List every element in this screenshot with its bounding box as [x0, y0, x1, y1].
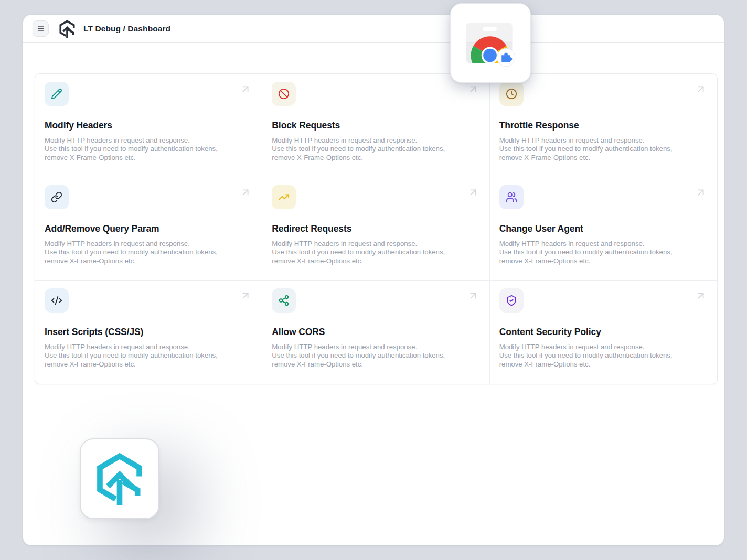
card-description: Modify HTTP headers in request and respo…: [45, 240, 252, 265]
open-arrow-icon[interactable]: [695, 187, 707, 198]
card-title: Redirect Requests: [272, 223, 479, 234]
open-arrow-icon[interactable]: [467, 83, 479, 95]
tool-card-insert-scripts[interactable]: Insert Scripts (CSS/JS) Modify HTTP head…: [35, 281, 262, 384]
tool-card-content-security-policy[interactable]: Content Security Policy Modify HTTP head…: [490, 281, 717, 384]
tool-card-allow-cors[interactable]: Allow CORS Modify HTTP headers in reques…: [262, 281, 489, 384]
tool-card-throttle-response[interactable]: Throttle Response Modify HTTP headers in…: [490, 74, 717, 177]
tool-card-query-param[interactable]: Add/Remove Query Param Modify HTTP heade…: [35, 177, 262, 281]
clock-icon: [499, 82, 524, 106]
card-description: Modify HTTP headers in request and respo…: [499, 136, 708, 162]
card-title: Throttle Response: [499, 120, 708, 131]
open-arrow-icon[interactable]: [240, 187, 251, 198]
card-title: Add/Remove Query Param: [45, 223, 252, 234]
page: { "header": { "title": "LT Debug / Dashb…: [0, 0, 747, 560]
share-icon: [272, 288, 296, 313]
shield-check-icon: [499, 288, 524, 313]
open-arrow-icon[interactable]: [240, 83, 251, 95]
pencil-icon: [45, 82, 69, 106]
link-icon: [45, 185, 69, 209]
card-title: Insert Scripts (CSS/JS): [45, 327, 252, 338]
trending-up-icon: [272, 185, 296, 209]
open-arrow-icon[interactable]: [240, 290, 251, 301]
card-title: Block Requests: [272, 120, 479, 131]
open-arrow-icon[interactable]: [467, 187, 479, 198]
lt-debug-logo-icon: [58, 19, 77, 38]
card-description: Modify HTTP headers in request and respo…: [499, 240, 708, 265]
tools-grid: Modify Headers Modify HTTP headers in re…: [35, 73, 718, 384]
card-title: Allow CORS: [272, 327, 479, 338]
card-description: Modify HTTP headers in request and respo…: [499, 343, 708, 369]
card-description: Modify HTTP headers in request and respo…: [272, 240, 479, 265]
card-description: Modify HTTP headers in request and respo…: [45, 343, 252, 369]
tool-card-change-user-agent[interactable]: Change User Agent Modify HTTP headers in…: [490, 177, 717, 281]
chrome-web-store-card[interactable]: [450, 3, 531, 83]
page-title: LT Debug / Dashboard: [83, 24, 170, 34]
brand-logo-card[interactable]: [80, 438, 159, 519]
hamburger-icon: [36, 24, 45, 33]
tool-card-modify-headers[interactable]: Modify Headers Modify HTTP headers in re…: [35, 74, 262, 177]
users-icon: [499, 185, 524, 209]
main-window: LT Debug / Dashboard Modify Headers Modi…: [23, 15, 724, 545]
code-icon: [45, 288, 69, 313]
tool-card-block-requests[interactable]: Block Requests Modify HTTP headers in re…: [262, 74, 489, 177]
lt-debug-logo-cyan-icon: [92, 451, 147, 507]
card-description: Modify HTTP headers in request and respo…: [272, 343, 479, 369]
chrome-web-store-icon: [451, 4, 530, 82]
ban-icon: [272, 82, 296, 106]
tool-card-redirect-requests[interactable]: Redirect Requests Modify HTTP headers in…: [262, 177, 489, 281]
card-description: Modify HTTP headers in request and respo…: [45, 136, 252, 162]
open-arrow-icon[interactable]: [695, 290, 707, 301]
card-title: Modify Headers: [45, 120, 252, 131]
open-arrow-icon[interactable]: [695, 83, 707, 95]
card-title: Change User Agent: [499, 223, 708, 234]
hamburger-menu-button[interactable]: [33, 20, 49, 37]
card-description: Modify HTTP headers in request and respo…: [272, 136, 479, 162]
open-arrow-icon[interactable]: [467, 290, 479, 301]
top-bar: LT Debug / Dashboard: [23, 15, 724, 43]
card-title: Content Security Policy: [499, 327, 708, 338]
